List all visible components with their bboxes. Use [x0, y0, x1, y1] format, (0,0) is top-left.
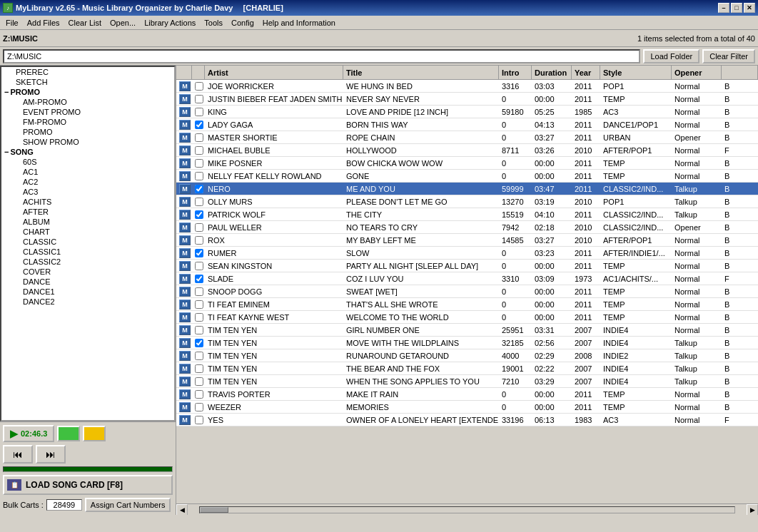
m-button[interactable]: M	[179, 81, 191, 91]
m-button[interactable]: M	[179, 312, 191, 322]
track-row[interactable]: M MICHAEL BUBLE HOLLYWOOD 8711 03:26 201…	[176, 144, 758, 157]
track-checkbox[interactable]	[195, 287, 203, 296]
m-button[interactable]: M	[179, 300, 191, 310]
tree-item-dance2[interactable]: DANCE2	[1, 297, 174, 307]
m-button[interactable]: M	[179, 133, 191, 143]
m-button[interactable]: M	[179, 222, 191, 232]
track-checkbox[interactable]	[195, 146, 203, 155]
m-button[interactable]: M	[179, 325, 191, 335]
m-button[interactable]: M	[179, 235, 191, 245]
track-row[interactable]: M OLLY MURS PLEASE DON'T LET ME GO 13270…	[176, 195, 758, 208]
track-checkbox[interactable]	[195, 133, 203, 142]
track-row[interactable]: M TRAVIS PORTER MAKE IT RAIN 0 00:00 201…	[176, 388, 758, 401]
m-button[interactable]: M	[179, 248, 191, 258]
track-checkbox[interactable]	[195, 352, 203, 360]
track-checkbox[interactable]	[195, 121, 203, 129]
track-checkbox[interactable]	[195, 313, 203, 322]
maximize-button[interactable]: □	[731, 3, 742, 13]
track-row[interactable]: M RUMER SLOW 0 03:23 2011 AFTER/INDIE1/.…	[176, 247, 758, 260]
clear-filter-button[interactable]: Clear Filter	[702, 49, 755, 63]
track-row[interactable]: M TIM TEN YEN MOVE WITH THE WILDPLAINS 3…	[176, 337, 758, 349]
track-row[interactable]: M WEEZER MEMORIES 0 00:00 2011 TEMP Norm…	[176, 401, 758, 414]
track-checkbox[interactable]	[195, 390, 203, 399]
tree-item-ac3[interactable]: AC3	[1, 187, 174, 197]
assign-cart-numbers-button[interactable]: Assign Cart Numbers	[85, 498, 171, 512]
m-button[interactable]: M	[179, 261, 191, 271]
m-button[interactable]: M	[179, 338, 191, 348]
col-header-duration[interactable]: Duration	[532, 66, 572, 79]
track-row[interactable]: M TIM TEN YEN THE BEAR AND THE FOX 19001…	[176, 362, 758, 375]
tree-item-dance1[interactable]: DANCE1	[1, 287, 174, 297]
m-button[interactable]: M	[179, 274, 191, 284]
m-button[interactable]: M	[179, 171, 191, 181]
menu-add-files[interactable]: Add Files	[23, 17, 64, 29]
tree-item-show-promo[interactable]: SHOW PROMO	[1, 137, 174, 147]
track-checkbox[interactable]	[195, 95, 203, 103]
col-header-intro[interactable]: Intro	[499, 66, 532, 79]
play-button[interactable]: ▶ 02:46.3	[3, 425, 54, 442]
horizontal-scrollbar[interactable]: ◀ ▶	[176, 503, 758, 515]
rewind-button[interactable]: ⏮	[3, 445, 33, 464]
track-row[interactable]: M JOE WORRICKER WE HUNG IN BED 3316 03:0…	[176, 80, 758, 93]
tree-item-ac2[interactable]: AC2	[1, 177, 174, 187]
track-checkbox[interactable]	[195, 198, 203, 206]
m-button[interactable]: M	[179, 402, 191, 412]
col-header-opener[interactable]: Opener	[672, 66, 722, 79]
tree-item-achits[interactable]: ACHITS	[1, 197, 174, 207]
track-row[interactable]: M TI FEAT EMINEM THAT'S ALL SHE WROTE 0 …	[176, 298, 758, 311]
track-checkbox[interactable]	[195, 364, 203, 373]
m-button[interactable]: M	[179, 94, 191, 104]
yellow-button[interactable]	[83, 426, 106, 441]
track-row[interactable]: M TIM TEN YEN GIRL NUMBER ONE 25951 03:3…	[176, 324, 758, 337]
m-button[interactable]: M	[179, 364, 191, 374]
m-button[interactable]: M	[179, 120, 191, 130]
m-button[interactable]: M	[179, 184, 191, 194]
m-button[interactable]: M	[179, 351, 191, 361]
menu-config[interactable]: Config	[227, 17, 258, 29]
track-checkbox[interactable]	[195, 236, 203, 245]
tree-item-classic[interactable]: CLASSIC	[1, 237, 174, 247]
menu-clear-list[interactable]: Clear List	[64, 17, 106, 29]
tree-item-classic1[interactable]: CLASSIC1	[1, 247, 174, 257]
track-row[interactable]: M NELLY FEAT KELLY ROWLAND GONE 0 00:00 …	[176, 170, 758, 183]
track-checkbox[interactable]	[195, 172, 203, 180]
track-row[interactable]: M KING LOVE AND PRIDE [12 INCH] 59180 05…	[176, 106, 758, 118]
folder-input[interactable]	[3, 49, 640, 63]
m-button[interactable]: M	[179, 377, 191, 387]
tree-item-promo[interactable]: PROMO	[1, 127, 174, 137]
tree-item-cover[interactable]: COVER	[1, 267, 174, 277]
m-button[interactable]: M	[179, 210, 191, 220]
col-header-artist[interactable]: Artist	[205, 66, 343, 79]
track-checkbox[interactable]	[195, 416, 203, 424]
track-row[interactable]: M NERO ME AND YOU 59999 03:47 2011 CLASS…	[176, 183, 758, 195]
fast-forward-button[interactable]: ⏭	[36, 445, 66, 464]
track-row[interactable]: M MIKE POSNER BOW CHICKA WOW WOW 0 00:00…	[176, 157, 758, 170]
track-checkbox[interactable]	[195, 275, 203, 283]
tree-item-album[interactable]: ALBUM	[1, 217, 174, 227]
track-checkbox[interactable]	[195, 185, 203, 193]
tree-item-chart[interactable]: CHART	[1, 227, 174, 237]
track-checkbox[interactable]	[195, 249, 203, 257]
track-row[interactable]: M SNOOP DOGG SWEAT [WET] 0 00:00 2011 TE…	[176, 285, 758, 298]
track-checkbox[interactable]	[195, 326, 203, 334]
tree-item-dance[interactable]: DANCE	[1, 277, 174, 287]
tree-item-classic2[interactable]: CLASSIC2	[1, 257, 174, 267]
track-row[interactable]: M ROX MY BABY LEFT ME 14585 03:27 2010 A…	[176, 234, 758, 247]
minimize-button[interactable]: –	[718, 3, 729, 13]
scroll-left-button[interactable]: ◀	[176, 504, 188, 516]
green-button[interactable]	[57, 426, 80, 441]
menu-library-actions[interactable]: Library Actions	[140, 17, 200, 29]
tree-item-event-promo[interactable]: EVENT PROMO	[1, 107, 174, 117]
track-checkbox[interactable]	[195, 108, 203, 116]
m-button[interactable]: M	[179, 287, 191, 297]
track-row[interactable]: M YES OWNER OF A LONELY HEART [EXTENDED]…	[176, 414, 758, 426]
track-row[interactable]: M PATRICK WOLF THE CITY 15519 04:10 2011…	[176, 208, 758, 221]
track-row[interactable]: M TIM TEN YEN RUNAROUND GETAROUND 4000 0…	[176, 349, 758, 362]
menu-file[interactable]: File	[1, 17, 23, 29]
col-header-style[interactable]: Style	[600, 66, 672, 79]
track-checkbox[interactable]	[195, 403, 203, 411]
menu-tools[interactable]: Tools	[200, 17, 227, 29]
load-song-card-button[interactable]: 📋 LOAD SONG CARD [F8]	[3, 475, 173, 495]
track-checkbox[interactable]	[195, 262, 203, 270]
scroll-right-button[interactable]: ▶	[747, 504, 758, 516]
